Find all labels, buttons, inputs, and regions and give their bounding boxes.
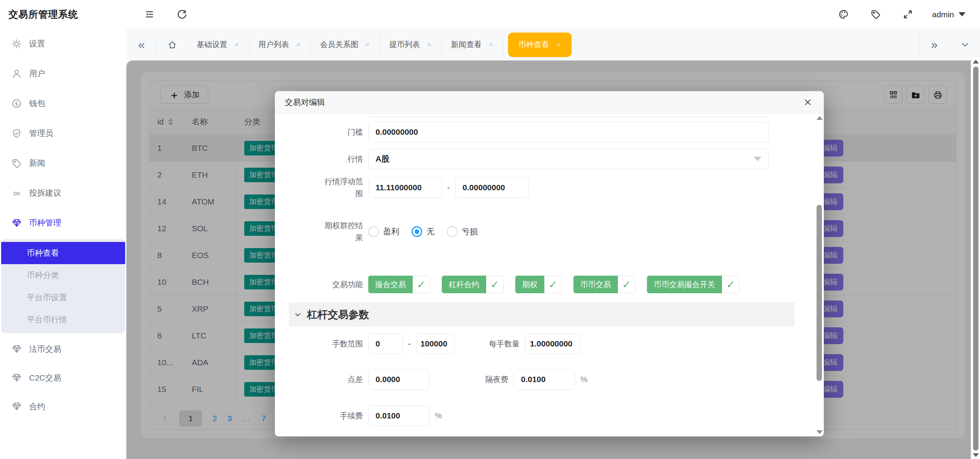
close-tab-icon[interactable] <box>488 42 494 47</box>
close-icon[interactable] <box>802 96 814 108</box>
spread-input[interactable]: 0.0000 <box>368 369 430 390</box>
sidebar-subitem-currency-view[interactable]: 币种查看 <box>1 242 125 264</box>
app-title: 交易所管理系统 <box>8 0 78 29</box>
per-lot-input[interactable]: 1.00000000 <box>525 333 581 354</box>
check-icon: ✓ <box>486 276 504 293</box>
radio-label: 亏损 <box>462 226 478 237</box>
lots-range-label: 手数范围 <box>275 338 363 350</box>
percent-unit: % <box>580 375 588 384</box>
close-tab-icon[interactable] <box>426 42 432 47</box>
trading-pair-edit-modal: 交易对编辑 门槛 0.00000000 行情 A股 <box>275 91 824 436</box>
scroll-down-arrow[interactable] <box>817 430 823 434</box>
sidebar-item-admins[interactable]: 管理员 <box>0 118 126 148</box>
close-tab-icon[interactable] <box>234 42 240 47</box>
function-toggle-杠杆合约[interactable]: 杠杆合约✓ <box>442 276 504 293</box>
function-toggle-币币交易[interactable]: 币币交易✓ <box>573 276 635 293</box>
check-icon: ✓ <box>722 276 740 293</box>
close-tab-icon[interactable] <box>555 42 561 47</box>
percent-unit: % <box>435 411 442 420</box>
diamond-icon <box>11 344 22 354</box>
lots-to-input[interactable]: 100000 <box>416 333 454 354</box>
fee-input[interactable]: 0.0100 <box>368 405 430 426</box>
tab-label: 新闻查看 <box>451 39 482 50</box>
option-control-label: 期权群控结果 <box>275 219 363 244</box>
sidebar-item-label: 新闻 <box>29 158 45 168</box>
tag-icon <box>11 158 22 168</box>
function-toggle-期权[interactable]: 期权✓ <box>515 276 562 293</box>
page-scrollbar-thumb[interactable] <box>973 67 978 451</box>
scroll-up-arrow[interactable] <box>817 116 823 120</box>
top-header: 交易所管理系统 <box>0 0 980 29</box>
market-select[interactable]: A股 <box>368 149 769 169</box>
threshold-row: 门槛 0.00000000 <box>275 122 769 142</box>
radio-亏损[interactable]: 亏损 <box>447 226 478 237</box>
function-label: 期权 <box>515 276 544 293</box>
overnight-fee-input[interactable]: 0.0100 <box>514 369 575 390</box>
radio-无-selected[interactable]: 无 <box>412 226 434 237</box>
tab-3[interactable]: 会员关系图 <box>311 33 380 57</box>
sidebar-subitem-platform-coin-market[interactable]: 平台币行情 <box>1 309 125 331</box>
trade-functions-label: 交易功能 <box>275 278 363 291</box>
tab-2[interactable]: 用户列表 <box>249 33 311 57</box>
radio-盈利[interactable]: 盈利 <box>368 226 399 237</box>
close-tab-icon[interactable] <box>296 42 301 47</box>
sidebar-item-c2c[interactable]: C2C交易 <box>0 363 126 392</box>
scroll-down-arrow[interactable] <box>973 453 979 457</box>
tabs-dropdown-button[interactable] <box>949 33 980 57</box>
refresh-icon[interactable] <box>171 0 193 29</box>
collapse-sidebar-icon[interactable] <box>139 0 160 29</box>
tab-6-active[interactable]: 币种查看 <box>508 33 572 57</box>
tab-4[interactable]: 提币列表 <box>380 33 442 57</box>
lots-from-input[interactable]: 0 <box>368 333 403 354</box>
sidebar-item-settings[interactable]: 设置 <box>0 29 126 59</box>
sidebar-submenu: 币种查看币种分类平台币设置平台币行情 <box>1 239 125 333</box>
modal-title: 交易对编辑 <box>285 97 325 108</box>
sidebar-subitem-currency-category[interactable]: 币种分类 <box>1 264 125 286</box>
page-scrollbar <box>971 57 980 459</box>
sidebar: 设置用户$钱包管理员新闻∞投拆建议币种管理币种查看币种分类平台币设置平台币行情法… <box>0 29 126 459</box>
float-range-from-input[interactable]: 11.11000000 <box>368 177 442 198</box>
check-icon: ✓ <box>413 276 430 293</box>
home-tab-button[interactable] <box>157 33 188 57</box>
float-range-to-input[interactable]: 0.00000000 <box>455 177 529 198</box>
sidebar-item-news[interactable]: 新闻 <box>0 148 126 178</box>
clipped-input[interactable] <box>368 114 769 117</box>
spread-row: 点差 0.0000 隔夜费 0.0100 % <box>275 369 588 390</box>
sidebar-item-contract[interactable]: 合约 <box>0 392 126 421</box>
tab-label: 基础设置 <box>197 39 227 50</box>
function-toggle-币币交易撮合开关[interactable]: 币币交易撮合开关✓ <box>647 276 740 293</box>
tag-icon[interactable] <box>865 0 886 29</box>
tab-label: 用户列表 <box>258 39 289 50</box>
float-range-row: 行情浮动范围 11.11000000 - 0.00000000 <box>275 175 529 200</box>
tabbar-spacer <box>576 33 919 57</box>
threshold-input[interactable]: 0.00000000 <box>368 122 769 142</box>
modal-header: 交易对编辑 <box>275 91 824 114</box>
sidebar-item-users[interactable]: 用户 <box>0 59 126 88</box>
radio-label: 无 <box>426 226 434 237</box>
sidebar-item-advice[interactable]: ∞投拆建议 <box>0 178 126 208</box>
close-tab-icon[interactable] <box>365 42 371 47</box>
leverage-params-section-header[interactable]: 杠杆交易参数 <box>289 302 794 327</box>
tab-1[interactable]: 基础设置 <box>188 33 249 57</box>
sidebar-item-label: 用户 <box>29 68 45 79</box>
fullscreen-icon[interactable] <box>897 0 918 29</box>
modal-body: 门槛 0.00000000 行情 A股 行情浮动范围 11.11000000 -… <box>275 114 824 436</box>
scroll-up-arrow[interactable] <box>973 60 979 64</box>
tabs-scroll-left-button[interactable]: « <box>126 33 157 57</box>
sidebar-item-currency[interactable]: 币种管理 <box>0 208 126 238</box>
tabs-scroll-right-button[interactable]: » <box>919 33 949 57</box>
function-toggle-撮合交易[interactable]: 撮合交易✓ <box>368 276 430 293</box>
sidebar-item-fiat[interactable]: 法币交易 <box>0 335 126 363</box>
sidebar-item-wallet[interactable]: $钱包 <box>0 88 126 118</box>
modal-scrollbar-thumb[interactable] <box>817 205 822 381</box>
dollar-icon: $ <box>11 98 22 109</box>
sidebar-subitem-platform-coin-settings[interactable]: 平台币设置 <box>1 286 125 309</box>
tab-5[interactable]: 新闻查看 <box>442 33 503 57</box>
threshold-label: 门槛 <box>275 126 363 138</box>
shield-icon <box>11 128 22 139</box>
tab-label: 币种查看 <box>518 39 549 50</box>
palette-icon[interactable] <box>833 0 854 29</box>
user-menu[interactable]: admin <box>932 0 965 29</box>
tab-bar: « 基础设置用户列表会员关系图提币列表新闻查看币种查看 » <box>126 29 980 60</box>
check-icon: ✓ <box>618 276 635 293</box>
